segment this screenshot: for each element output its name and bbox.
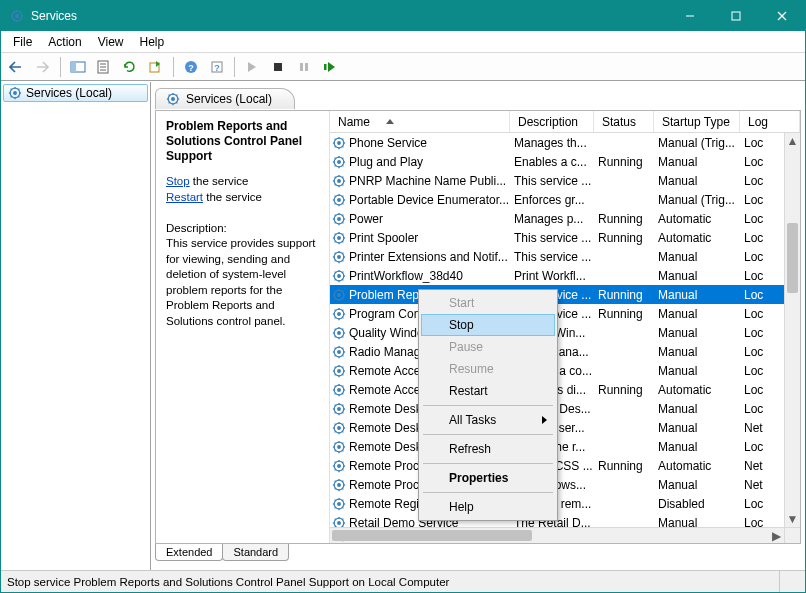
service-name: Plug and Play bbox=[349, 155, 423, 169]
ctx-properties[interactable]: Properties bbox=[421, 467, 555, 489]
svg-rect-15 bbox=[71, 62, 76, 72]
menu-view[interactable]: View bbox=[90, 33, 132, 51]
service-status: Running bbox=[594, 212, 654, 226]
table-row[interactable]: Print SpoolerThis service ...RunningAuto… bbox=[330, 228, 784, 247]
col-logon[interactable]: Log bbox=[740, 111, 800, 132]
svg-rect-26 bbox=[300, 63, 303, 71]
view-tabs: Extended Standard bbox=[155, 544, 801, 566]
table-row[interactable]: Portable Device Enumerator...Enforces gr… bbox=[330, 190, 784, 209]
scroll-right-icon[interactable]: ▶ bbox=[768, 528, 784, 543]
scroll-thumb[interactable] bbox=[787, 223, 798, 293]
service-logon: Net bbox=[740, 421, 784, 435]
console-tree: Services (Local) bbox=[1, 82, 151, 570]
show-hide-tree-button[interactable] bbox=[66, 55, 90, 79]
properties-button[interactable] bbox=[92, 55, 116, 79]
service-name: Power bbox=[349, 212, 383, 226]
restart-link[interactable]: Restart bbox=[166, 191, 203, 203]
service-logon: Loc bbox=[740, 250, 784, 264]
detail-pane: Problem Reports and Solutions Control Pa… bbox=[156, 111, 329, 543]
svg-rect-11 bbox=[732, 12, 740, 20]
export-button[interactable] bbox=[144, 55, 168, 79]
refresh-button[interactable] bbox=[118, 55, 142, 79]
vertical-scrollbar[interactable]: ▲ ▼ bbox=[784, 133, 800, 527]
tab-standard[interactable]: Standard bbox=[222, 544, 289, 561]
tree-services-local[interactable]: Services (Local) bbox=[3, 84, 148, 102]
main-area: Services (Local) Services (Local) Proble… bbox=[1, 81, 805, 570]
back-button[interactable] bbox=[5, 55, 29, 79]
service-logon: Loc bbox=[740, 288, 784, 302]
stop-service-button[interactable] bbox=[266, 55, 290, 79]
stop-link[interactable]: Stop bbox=[166, 175, 190, 187]
service-logon: Loc bbox=[740, 136, 784, 150]
service-status: Running bbox=[594, 383, 654, 397]
grid-header: Name Description Status Startup Type Log bbox=[330, 111, 800, 133]
service-startup: Manual bbox=[654, 364, 740, 378]
hscroll-thumb[interactable] bbox=[332, 530, 532, 541]
table-row[interactable]: PrintWorkflow_38d40Print Workfl...Manual… bbox=[330, 266, 784, 285]
restart-service-link-line: Restart the service bbox=[166, 190, 319, 206]
ctx-sep bbox=[423, 434, 553, 435]
svg-text:?: ? bbox=[188, 62, 194, 72]
gear-icon bbox=[332, 174, 346, 188]
tab-extended[interactable]: Extended bbox=[155, 544, 223, 561]
ctx-help[interactable]: Help bbox=[421, 496, 555, 518]
service-desc: This service ... bbox=[510, 231, 594, 245]
service-startup: Manual bbox=[654, 326, 740, 340]
table-row[interactable]: Plug and PlayEnables a c...RunningManual… bbox=[330, 152, 784, 171]
close-button[interactable] bbox=[759, 1, 805, 31]
service-name: Portable Device Enumerator... bbox=[349, 193, 509, 207]
col-name[interactable]: Name bbox=[330, 111, 510, 132]
gear-icon bbox=[332, 136, 346, 150]
maximize-button[interactable] bbox=[713, 1, 759, 31]
table-row[interactable]: PNRP Machine Name Publi...This service .… bbox=[330, 171, 784, 190]
gear-icon bbox=[332, 497, 346, 511]
col-startup-type[interactable]: Startup Type bbox=[654, 111, 740, 132]
services-grid: Name Description Status Startup Type Log… bbox=[329, 111, 800, 543]
forward-button[interactable] bbox=[31, 55, 55, 79]
svg-rect-25 bbox=[274, 63, 282, 71]
ctx-refresh[interactable]: Refresh bbox=[421, 438, 555, 460]
service-logon: Loc bbox=[740, 383, 784, 397]
scroll-up-icon[interactable]: ▲ bbox=[785, 133, 800, 149]
service-startup: Automatic bbox=[654, 383, 740, 397]
menu-action[interactable]: Action bbox=[40, 33, 89, 51]
service-desc: Manages p... bbox=[510, 212, 594, 226]
table-row[interactable]: PowerManages p...RunningAutomaticLoc bbox=[330, 209, 784, 228]
col-status[interactable]: Status bbox=[594, 111, 654, 132]
context-menu: Start Stop Pause Resume Restart All Task… bbox=[418, 289, 558, 521]
start-service-button[interactable] bbox=[240, 55, 264, 79]
service-logon: Loc bbox=[740, 497, 784, 511]
pause-service-button[interactable] bbox=[292, 55, 316, 79]
menu-file[interactable]: File bbox=[5, 33, 40, 51]
list-header-tab: Services (Local) bbox=[155, 88, 295, 109]
minimize-button[interactable] bbox=[667, 1, 713, 31]
service-startup: Manual bbox=[654, 421, 740, 435]
service-desc: Enables a c... bbox=[510, 155, 594, 169]
statusbar-grip bbox=[779, 571, 799, 592]
horizontal-scrollbar[interactable]: ◀ ▶ bbox=[330, 527, 784, 543]
service-logon: Loc bbox=[740, 345, 784, 359]
service-logon: Net bbox=[740, 478, 784, 492]
table-row[interactable]: Phone ServiceManages th...Manual (Trig..… bbox=[330, 133, 784, 152]
gear-icon bbox=[332, 421, 346, 435]
col-description[interactable]: Description bbox=[510, 111, 594, 132]
menu-help[interactable]: Help bbox=[132, 33, 173, 51]
service-startup: Manual bbox=[654, 478, 740, 492]
table-row[interactable]: Printer Extensions and Notif...This serv… bbox=[330, 247, 784, 266]
service-logon: Loc bbox=[740, 269, 784, 283]
ctx-stop[interactable]: Stop bbox=[421, 314, 555, 336]
ctx-restart[interactable]: Restart bbox=[421, 380, 555, 402]
ctx-sep bbox=[423, 492, 553, 493]
scroll-down-icon[interactable]: ▼ bbox=[785, 511, 800, 527]
service-startup: Manual (Trig... bbox=[654, 193, 740, 207]
gear-icon bbox=[332, 516, 346, 528]
restart-service-button[interactable] bbox=[318, 55, 342, 79]
help2-button[interactable]: ? bbox=[205, 55, 229, 79]
help-button[interactable]: ? bbox=[179, 55, 203, 79]
service-startup: Manual bbox=[654, 402, 740, 416]
ctx-all-tasks[interactable]: All Tasks bbox=[421, 409, 555, 431]
service-logon: Loc bbox=[740, 364, 784, 378]
service-logon: Loc bbox=[740, 326, 784, 340]
gear-icon bbox=[332, 326, 346, 340]
service-status: Running bbox=[594, 231, 654, 245]
